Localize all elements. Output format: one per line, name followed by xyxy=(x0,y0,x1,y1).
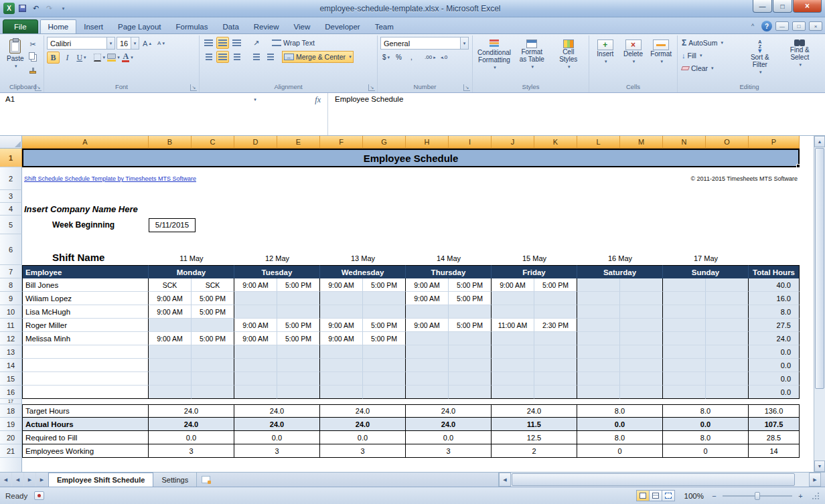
column-header-e[interactable]: E xyxy=(277,136,320,149)
shift-time-cell[interactable] xyxy=(663,292,706,305)
scroll-down-button[interactable]: ▼ xyxy=(814,460,825,472)
accounting-format-button[interactable]: $▾ xyxy=(380,52,392,63)
row-header-1[interactable]: 1 xyxy=(0,149,22,167)
shift-time-cell[interactable] xyxy=(234,292,277,305)
record-macro-button[interactable] xyxy=(34,491,44,500)
shift-time-cell[interactable] xyxy=(406,305,449,319)
summary-value-cell[interactable]: 24.0 xyxy=(406,418,492,431)
shift-time-cell[interactable] xyxy=(277,292,320,305)
shift-time-cell[interactable] xyxy=(406,332,449,345)
shift-time-cell[interactable]: 2:30 PM xyxy=(534,319,577,332)
shift-time-cell[interactable] xyxy=(449,359,492,372)
shift-time-cell[interactable] xyxy=(234,372,277,386)
shift-time-cell[interactable] xyxy=(449,386,492,399)
dropdown-arrow-icon[interactable]: ▾ xyxy=(131,37,139,49)
shift-time-cell[interactable]: 5:00 PM xyxy=(277,278,320,292)
workbook-close-button[interactable]: × xyxy=(809,21,822,31)
shift-time-cell[interactable] xyxy=(620,305,663,319)
column-header-j[interactable]: J xyxy=(492,136,534,149)
sheet-tab-employee-shift-schedule[interactable]: Employee Shift Schedule xyxy=(48,473,153,487)
shift-time-cell[interactable] xyxy=(706,386,749,399)
excel-app-icon[interactable]: X xyxy=(3,3,15,14)
shift-time-cell[interactable] xyxy=(192,372,234,386)
partial-row-content[interactable] xyxy=(22,458,800,472)
employee-name-cell[interactable]: Melissa Minh xyxy=(22,332,149,345)
shift-time-cell[interactable] xyxy=(663,372,706,386)
shift-time-cell[interactable]: 9:00 AM xyxy=(492,278,534,292)
date-11-may[interactable]: 11 May xyxy=(149,234,234,265)
row-3-content[interactable] xyxy=(22,190,800,203)
row-header-8[interactable]: 8 xyxy=(0,278,22,292)
employee-name-cell[interactable] xyxy=(22,345,149,359)
shift-time-cell[interactable] xyxy=(663,305,706,319)
shift-time-cell[interactable]: SCK xyxy=(192,278,234,292)
shift-time-cell[interactable]: 9:00 AM xyxy=(234,319,277,332)
vertical-scroll-track[interactable] xyxy=(814,147,825,460)
company-name-text[interactable]: Insert Company Name Here xyxy=(22,204,138,214)
resize-grip[interactable] xyxy=(811,491,820,500)
tab-view[interactable]: View xyxy=(287,20,318,33)
previous-sheet-button[interactable]: ◀ xyxy=(12,473,24,487)
summary-value-cell[interactable]: 0.0 xyxy=(663,418,749,431)
alignment-dialog-launcher[interactable]: ↘ xyxy=(368,84,375,91)
summary-value-cell[interactable]: 12.5 xyxy=(492,431,577,444)
total-hours-cell[interactable]: 0.0 xyxy=(749,386,800,399)
summary-value-cell[interactable]: 0.0 xyxy=(406,431,492,444)
shift-time-cell[interactable] xyxy=(234,359,277,372)
shift-time-cell[interactable] xyxy=(577,319,620,332)
format-cells-button[interactable]: Format ▾ xyxy=(648,37,674,66)
date-14-may[interactable]: 14 May xyxy=(406,234,492,265)
shift-time-cell[interactable] xyxy=(663,386,706,399)
shift-time-cell[interactable] xyxy=(620,292,663,305)
row-header-9[interactable]: 9 xyxy=(0,292,22,305)
row-header-2[interactable]: 2 xyxy=(0,167,22,190)
shift-time-cell[interactable]: 5:00 PM xyxy=(449,278,492,292)
summary-value-cell[interactable]: 8.0 xyxy=(577,431,663,444)
shift-time-cell[interactable] xyxy=(449,345,492,359)
row-header-14[interactable]: 14 xyxy=(0,359,22,372)
tab-developer[interactable]: Developer xyxy=(317,20,367,33)
undo-button[interactable]: ↶ xyxy=(30,3,42,14)
shift-time-cell[interactable] xyxy=(449,332,492,345)
summary-value-cell[interactable]: 3 xyxy=(320,444,406,458)
shift-time-cell[interactable] xyxy=(534,359,577,372)
zoom-out-button[interactable]: − xyxy=(709,491,719,501)
save-button[interactable] xyxy=(17,3,28,14)
total-hours-cell[interactable]: 24.0 xyxy=(749,332,800,345)
qat-customize-button[interactable]: ▾ xyxy=(57,3,68,14)
shift-time-cell[interactable] xyxy=(320,305,363,319)
row-header-4[interactable]: 4 xyxy=(0,203,22,216)
zoom-in-button[interactable]: + xyxy=(796,491,806,501)
zoom-level[interactable]: 100% xyxy=(684,492,704,500)
shift-time-cell[interactable] xyxy=(663,359,706,372)
summary-value-cell[interactable]: 3 xyxy=(234,444,320,458)
shift-time-cell[interactable] xyxy=(449,372,492,386)
underline-button[interactable]: U▾ xyxy=(75,52,88,64)
shift-time-cell[interactable] xyxy=(192,386,234,399)
row-header-21[interactable]: 21 xyxy=(0,444,22,458)
formula-input[interactable]: Employee Schedule xyxy=(328,93,825,135)
shift-time-cell[interactable]: 9:00 AM xyxy=(234,278,277,292)
row-header-13[interactable]: 13 xyxy=(0,345,22,359)
shift-time-cell[interactable] xyxy=(492,345,534,359)
help-button[interactable]: ? xyxy=(761,21,772,31)
summary-total-cell[interactable]: 14 xyxy=(749,444,800,458)
tab-home[interactable]: Home xyxy=(40,19,77,33)
copy-button[interactable] xyxy=(27,51,40,63)
shift-time-cell[interactable] xyxy=(149,319,192,332)
shift-time-cell[interactable] xyxy=(534,386,577,399)
tab-formulas[interactable]: Formulas xyxy=(169,20,216,33)
summary-value-cell[interactable]: 24.0 xyxy=(406,404,492,418)
summary-value-cell[interactable]: 24.0 xyxy=(149,404,234,418)
shift-time-cell[interactable]: 5:00 PM xyxy=(534,278,577,292)
format-painter-button[interactable] xyxy=(27,64,40,76)
tab-team[interactable]: Team xyxy=(368,20,401,33)
shift-time-cell[interactable] xyxy=(492,359,534,372)
number-format-combo[interactable]: General▾ xyxy=(380,37,469,50)
number-dialog-launcher[interactable]: ↘ xyxy=(463,84,470,91)
wrap-text-button[interactable]: Wrap Text xyxy=(271,37,316,49)
increase-decimal-button[interactable]: .00▸ xyxy=(424,52,437,63)
page-layout-view-button[interactable] xyxy=(649,490,662,501)
shift-time-cell[interactable]: 9:00 AM xyxy=(149,305,192,319)
total-hours-cell[interactable]: 0.0 xyxy=(749,372,800,386)
